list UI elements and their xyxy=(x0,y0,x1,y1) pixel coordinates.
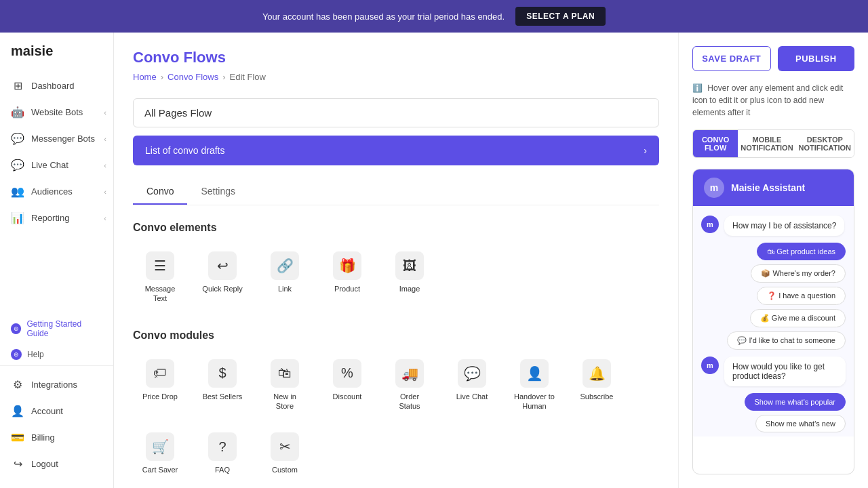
tab-settings[interactable]: Settings xyxy=(187,179,249,205)
price-drop-icon: 🏷 xyxy=(146,359,174,388)
sidebar-item-live-chat[interactable]: 💬 Live Chat ‹ xyxy=(0,152,113,178)
tab-convo[interactable]: Convo xyxy=(133,179,187,205)
reporting-icon: 📊 xyxy=(11,211,24,224)
sidebar-item-website-bots[interactable]: 🤖 Website Bots ‹ xyxy=(0,99,113,125)
chat-message-text: How may I be of assistance? xyxy=(732,221,836,230)
chevron-icon: ‹ xyxy=(104,108,106,117)
qr-chat-to-someone[interactable]: 💬 I'd like to chat to someone xyxy=(727,331,846,350)
chevron-icon: ‹ xyxy=(104,161,106,169)
breadcrumb-convo-flows[interactable]: Convo Flows xyxy=(167,72,218,82)
sidebar: maisie ⊞ Dashboard 🤖 Website Bots ‹ 💬 Me… xyxy=(0,33,114,488)
module-order-status[interactable]: 🚚 Order Status xyxy=(382,352,437,418)
sidebar-help[interactable]: ⊕ Help xyxy=(0,344,113,365)
breadcrumb-sep: › xyxy=(161,72,163,82)
best-sellers-icon: $ xyxy=(208,359,237,388)
cart-saver-label: Cart Saver xyxy=(142,465,178,474)
main-content: Convo Flows Home › Convo Flows › Edit Fl… xyxy=(114,33,678,488)
qr-show-new[interactable]: Show me what's new xyxy=(755,415,846,432)
draft-list-button[interactable]: List of convo drafts › xyxy=(133,136,659,165)
chat-message-row: m How may I be of assistance? xyxy=(701,216,846,236)
sidebar-label: Reporting xyxy=(31,213,69,223)
sidebar-label: Dashboard xyxy=(31,81,75,91)
module-handover-to-human[interactable]: 👤 Handover to Human xyxy=(507,352,561,418)
breadcrumb: Home › Convo Flows › Edit Flow xyxy=(133,72,659,82)
sidebar-item-logout[interactable]: ↪ Logout xyxy=(0,451,113,477)
sidebar-item-billing[interactable]: 💳 Billing xyxy=(0,424,113,451)
handover-label: Handover to Human xyxy=(514,392,555,411)
chat-bubble: How may I be of assistance? xyxy=(724,216,844,236)
integrations-icon: ⚙ xyxy=(11,378,24,391)
notif-tab-mobile[interactable]: MOBILE NOTIFICATION xyxy=(738,130,795,157)
notification-tabs: CONVO FLOW MOBILE NOTIFICATION DESKTOP N… xyxy=(692,129,854,158)
convo-modules-grid: 🏷 Price Drop $ Best Sellers 🛍 New in Sto… xyxy=(133,352,659,482)
quick-reply-icon: ↩ xyxy=(208,251,237,280)
convo-elements-grid: ☰ Message Text ↩ Quick Reply 🔗 Link 🎁 Pr… xyxy=(133,245,659,310)
live-chat-label: Live Chat xyxy=(456,392,488,401)
chat-body: m How may I be of assistance? 🛍 Get prod… xyxy=(693,206,854,436)
chat-bot-avatar-2: m xyxy=(701,357,719,374)
module-best-sellers[interactable]: $ Best Sellers xyxy=(195,352,250,418)
module-faq[interactable]: ? FAQ xyxy=(195,426,250,481)
qr-i-have-a-question[interactable]: ❓ I have a question xyxy=(757,287,846,305)
select-plan-button[interactable]: SELECT A PLAN xyxy=(515,7,606,26)
save-draft-button[interactable]: SAVE DRAFT xyxy=(692,46,771,71)
image-icon: 🖼 xyxy=(395,251,424,280)
panel-hint: ℹ️ Hover over any element and click edit… xyxy=(692,82,854,119)
sidebar-item-messenger-bots[interactable]: 💬 Messenger Bots ‹ xyxy=(0,125,113,152)
breadcrumb-sep: › xyxy=(222,72,225,82)
notif-tab-desktop[interactable]: DESKTOP NOTIFICATION xyxy=(796,130,854,157)
link-icon: 🔗 xyxy=(271,251,299,280)
subscribe-label: Subscribe xyxy=(580,392,614,401)
custom-label: Custom xyxy=(272,465,298,474)
sidebar-label: Audiences xyxy=(31,186,73,197)
qr-give-me-a-discount[interactable]: 💰 Give me a discount xyxy=(750,309,846,327)
sidebar-item-integrations[interactable]: ⚙ Integrations xyxy=(0,371,113,398)
publish-button[interactable]: PUBLISH xyxy=(778,46,855,71)
order-status-icon: 🚚 xyxy=(395,359,424,388)
faq-label: FAQ xyxy=(215,465,230,474)
cart-saver-icon: 🛒 xyxy=(146,432,174,461)
sidebar-label: Website Bots xyxy=(31,107,83,117)
sidebar-item-reporting[interactable]: 📊 Reporting ‹ xyxy=(0,205,113,231)
qr-show-popular[interactable]: Show me what's popular xyxy=(745,393,846,411)
account-icon: 👤 xyxy=(11,405,24,418)
convo-elements-title: Convo elements xyxy=(133,222,659,234)
module-custom[interactable]: ✂ Custom xyxy=(258,426,312,481)
element-link[interactable]: 🔗 Link xyxy=(258,245,312,310)
sidebar-label: Billing xyxy=(31,432,55,443)
sidebar-item-account[interactable]: 👤 Account xyxy=(0,398,113,424)
sidebar-item-dashboard[interactable]: ⊞ Dashboard xyxy=(0,73,113,99)
faq-icon: ? xyxy=(208,432,237,461)
link-label: Link xyxy=(278,284,292,293)
breadcrumb-home[interactable]: Home xyxy=(133,72,157,82)
module-new-in-store[interactable]: 🛍 New in Store xyxy=(258,352,312,418)
message-text-icon: ☰ xyxy=(146,251,174,280)
chat-bubble-2: How would you like to get product ideas? xyxy=(724,357,846,386)
new-in-store-label: New in Store xyxy=(264,392,305,411)
custom-icon: ✂ xyxy=(271,432,299,461)
chat-message-text-2: How would you like to get product ideas? xyxy=(732,362,825,381)
message-text-label: Message Text xyxy=(140,284,180,304)
sidebar-getting-started[interactable]: ⊕ Getting Started Guide xyxy=(0,314,113,344)
module-subscribe[interactable]: 🔔 Subscribe xyxy=(570,352,624,418)
module-live-chat[interactable]: 💬 Live Chat xyxy=(445,352,499,418)
panel-hint-text: Hover over any element and click edit ic… xyxy=(692,83,843,117)
sidebar-item-audiences[interactable]: 👥 Audiences ‹ xyxy=(0,178,113,205)
page-title: Convo Flows xyxy=(133,49,659,66)
chat-header-name: Maisie Assistant xyxy=(731,182,805,193)
notif-tab-convo-flow[interactable]: CONVO FLOW xyxy=(693,130,738,157)
chat-preview: m Maisie Assistant m How may I be of ass… xyxy=(692,169,854,474)
module-cart-saver[interactable]: 🛒 Cart Saver xyxy=(133,426,187,481)
element-message-text[interactable]: ☰ Message Text xyxy=(133,245,187,310)
logout-icon: ↪ xyxy=(11,458,24,470)
element-product[interactable]: 🎁 Product xyxy=(320,245,374,310)
module-discount[interactable]: % Discount xyxy=(320,352,374,418)
qr-get-product-ideas[interactable]: 🛍 Get product ideas xyxy=(757,243,846,260)
element-image[interactable]: 🖼 Image xyxy=(382,245,437,310)
order-status-label: Order Status xyxy=(389,392,430,411)
module-price-drop[interactable]: 🏷 Price Drop xyxy=(133,352,187,418)
qr-wheres-my-order[interactable]: 📦 Where's my order? xyxy=(751,264,846,283)
chat-avatar: m xyxy=(704,178,724,198)
flow-name-input[interactable] xyxy=(133,98,659,127)
element-quick-reply[interactable]: ↩ Quick Reply xyxy=(195,245,250,310)
